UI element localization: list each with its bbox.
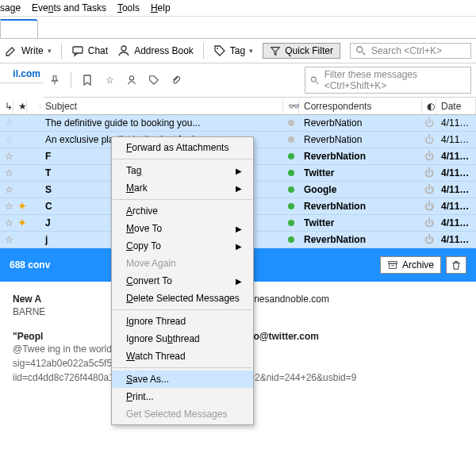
submenu-arrow-icon: ▶ <box>236 225 242 233</box>
date-cell: 4/11/20 <box>436 199 476 213</box>
submenu-arrow-icon: ▶ <box>236 277 242 286</box>
svg-point-5 <box>129 76 133 80</box>
write-label: Write <box>21 45 44 56</box>
archive-label: Archive <box>402 259 434 271</box>
star-icon[interactable]: ☆ <box>0 232 13 247</box>
star-icon[interactable]: ☆ <box>103 74 116 86</box>
menu-item-label: Tag <box>126 165 141 176</box>
correspondent-cell: Google <box>299 182 422 197</box>
svg-rect-0 <box>73 47 83 53</box>
star-icon[interactable]: ☆ <box>0 199 13 213</box>
attachment-icon[interactable] <box>170 74 182 86</box>
menu-events[interactable]: Events and Tasks <box>32 2 106 13</box>
date-cell: 4/11/20 <box>436 216 476 230</box>
menu-message[interactable]: sage <box>0 2 21 13</box>
menu-separator <box>113 199 252 200</box>
read-cell[interactable] <box>283 185 299 194</box>
menu-item[interactable]: Save As... <box>112 370 253 388</box>
delete-button[interactable] <box>446 256 466 274</box>
search-icon <box>310 75 320 86</box>
menu-item[interactable]: Watch Thread <box>112 347 253 365</box>
read-cell[interactable] <box>283 218 299 228</box>
read-cell[interactable] <box>283 152 299 161</box>
col-subject[interactable]: Subject <box>40 98 283 114</box>
message-row[interactable]: ☆The definitive guide to booking you...R… <box>0 115 476 132</box>
correspondent-cell: ReverbNation <box>299 199 422 213</box>
menu-item-label: Copy To <box>126 240 161 251</box>
col-correspondents[interactable]: Correspondents <box>299 98 422 114</box>
read-cell[interactable] <box>283 135 299 144</box>
chat-label: Chat <box>88 45 108 56</box>
read-cell[interactable] <box>283 202 299 211</box>
menu-item[interactable]: Mark▶ <box>112 179 253 197</box>
menu-separator <box>113 367 252 368</box>
col-indicator[interactable]: ◐ <box>422 98 436 114</box>
filter-toolbar: ☆ Filter these messages <Ctrl+Shift+K> <box>44 63 476 98</box>
col-star[interactable]: ★ <box>13 98 27 114</box>
archive-button[interactable]: Archive <box>380 256 441 274</box>
indicator-cell: ⏻ <box>422 232 436 247</box>
menu-item-label: Move Again <box>126 258 176 269</box>
funnel-icon <box>270 45 281 56</box>
star-icon[interactable]: ☆ <box>0 216 13 230</box>
account-label[interactable]: il.com <box>0 63 44 83</box>
indicator-cell: ⏻ <box>422 149 436 163</box>
star-icon[interactable]: ☆ <box>0 132 13 147</box>
menu-item[interactable]: Ignore Subthread <box>112 330 253 347</box>
pin-icon[interactable] <box>48 74 61 86</box>
read-cell[interactable] <box>283 235 299 244</box>
menu-item[interactable]: Convert To▶ <box>112 272 253 290</box>
trash-icon <box>451 259 462 271</box>
col-read[interactable]: 👓 <box>283 98 299 114</box>
col-thread[interactable]: ↳ <box>0 98 13 114</box>
svg-point-3 <box>357 47 363 52</box>
message-filter-search[interactable]: Filter these messages <Ctrl+Shift+K> <box>305 67 471 94</box>
quick-filter-button[interactable]: Quick Filter <box>263 43 340 59</box>
menu-item-label: Forward as Attachments <box>126 142 228 153</box>
write-button[interactable]: Write ▾ <box>5 44 52 57</box>
read-cell[interactable] <box>283 168 299 178</box>
address-book-button[interactable]: Address Book <box>117 44 194 57</box>
search-placeholder: Search <Ctrl+K> <box>371 45 442 56</box>
menu-item-label: Convert To <box>126 275 172 286</box>
person-icon <box>117 44 130 57</box>
menu-item[interactable]: Delete Selected Messages <box>112 290 253 307</box>
pencil-icon <box>5 44 17 57</box>
chevron-down-icon: ▾ <box>249 47 253 55</box>
indicator-cell: ⏻ <box>422 132 436 147</box>
contact-icon[interactable] <box>125 74 138 86</box>
star-icon[interactable]: ☆ <box>0 149 13 163</box>
menu-item[interactable]: Tag▶ <box>112 162 253 179</box>
tab-mail[interactable] <box>0 19 38 38</box>
menu-item-label: Move To <box>126 223 162 234</box>
chat-icon <box>71 44 84 57</box>
menu-item[interactable]: Print... <box>112 388 253 405</box>
menu-item[interactable]: Move To▶ <box>112 220 253 237</box>
preview-title: New A <box>13 294 41 305</box>
bookmark-icon[interactable] <box>81 74 94 86</box>
correspondent-cell: Twitter <box>299 216 422 230</box>
star-icon[interactable]: ☆ <box>0 182 13 197</box>
menu-item[interactable]: Forward as Attachments <box>112 139 253 156</box>
global-search[interactable]: Search <Ctrl+K> <box>350 43 471 59</box>
menu-tools[interactable]: Tools <box>117 2 140 13</box>
attachment-cell <box>27 138 40 141</box>
separator <box>71 72 71 88</box>
tag-filter-icon[interactable] <box>148 74 160 86</box>
attachment-cell <box>27 121 40 125</box>
menu-help[interactable]: Help <box>151 2 171 13</box>
new-indicator <box>13 171 27 175</box>
col-attachment[interactable] <box>27 104 40 109</box>
col-date[interactable]: Date <box>436 98 476 114</box>
star-icon[interactable]: ☆ <box>0 116 13 130</box>
tag-button[interactable]: Tag ▾ <box>213 44 253 57</box>
subject-cell: The definitive guide to booking you... <box>40 116 283 130</box>
read-cell[interactable] <box>283 118 299 128</box>
archive-icon <box>387 259 398 271</box>
main-toolbar: Write ▾ Chat Address Book Tag ▾ Quick Fi… <box>0 39 476 63</box>
star-icon[interactable]: ☆ <box>0 166 13 180</box>
menu-item[interactable]: Copy To▶ <box>112 237 253 255</box>
menu-item[interactable]: Ignore Thread <box>112 313 253 330</box>
chat-button[interactable]: Chat <box>71 44 108 57</box>
menu-item[interactable]: Archive <box>112 202 253 220</box>
